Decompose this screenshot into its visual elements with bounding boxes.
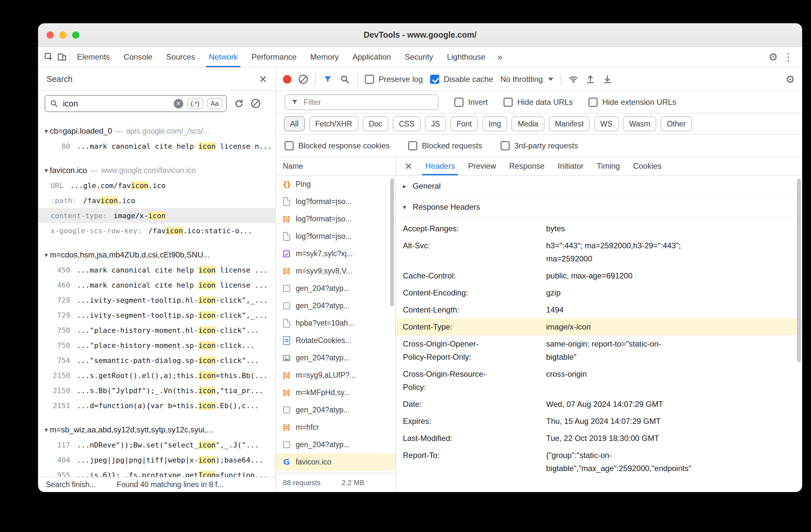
clear-network-log-icon[interactable] [299,75,308,84]
request-row[interactable]: gen_204?atyp... [276,297,395,314]
search-file-header[interactable]: ▾ m=sb_wiz,aa,abd,sy12d,sytt,sytp,sy12c,… [38,422,275,437]
request-row[interactable]: log?format=jso... [276,193,395,210]
filter-funnel-icon[interactable] [323,74,333,84]
search-panel-close-icon[interactable]: × [259,73,267,85]
tab-console[interactable]: Console [117,47,159,67]
chip-wasm[interactable]: Wasm [623,116,656,131]
name-column-header[interactable]: Name [276,157,395,176]
blocked-requests-checkbox[interactable]: Blocked requests [408,141,482,150]
tab-sources[interactable]: Sources [159,47,202,67]
hide-extension-urls-checkbox[interactable]: Hide extension URLs [588,98,676,107]
search-result-line[interactable]: 955 ...is,6)};_.fs.prototype.getIcon=fun… [38,468,275,477]
search-result-line[interactable]: 80 ...mark canonical cite help icon lice… [38,139,275,154]
search-result-line[interactable]: 729 ...ivity-segment-tooltip.hl-icon-cli… [38,293,275,308]
search-result-line[interactable]: 450 ...mark canonical cite help icon lic… [38,262,275,278]
refresh-search-icon[interactable] [234,99,244,108]
search-result-line[interactable]: :path: /favicon.ico [38,193,275,208]
request-row[interactable]: {} Ping [276,176,395,193]
search-result-line[interactable]: 460 ...mark canonical cite help icon lic… [38,278,275,293]
disclosure-triangle-icon[interactable]: ▾ [45,426,48,434]
regex-toggle-button[interactable]: (.*) [187,98,203,109]
request-row[interactable]: log?format=jso... [276,210,395,228]
more-tabs-icon[interactable]: » [492,47,507,67]
search-result-line[interactable]: 2150 ...s.Bb("Jylpdf");_.Vn(this.icon,"t… [38,383,275,398]
device-toolbar-icon[interactable] [57,52,67,62]
chip-img[interactable]: Img [482,116,507,131]
minimize-window-button[interactable] [59,31,66,38]
network-settings-gear-icon[interactable]: ⚙ [785,73,795,85]
request-row[interactable]: RotateCookies... [276,332,395,349]
export-har-icon[interactable] [602,74,612,84]
blocked-response-cookies-checkbox[interactable]: Blocked response cookies [285,141,390,150]
tab-timing[interactable]: Timing [590,157,626,175]
request-row-selected[interactable]: G favicon.ico [276,453,395,471]
search-result-line[interactable]: 750 ..."place-history-moment.sp-icon-cli… [38,338,275,353]
general-section-header[interactable]: ▸ General [396,176,802,197]
third-party-requests-checkbox[interactable]: 3rd-party requests [501,141,578,150]
tab-memory[interactable]: Memory [304,47,346,67]
chip-css[interactable]: CSS [393,116,420,131]
tab-preview[interactable]: Preview [462,157,503,175]
scrollbar-thumb[interactable] [797,178,801,362]
search-result-line[interactable]: 729 ...ivity-segment-tooltip.sp-icon-cli… [38,308,275,323]
tab-security[interactable]: Security [398,47,440,67]
request-row[interactable]: m=kMFpHd,sy... [276,384,395,401]
request-row[interactable]: m=syg9,aLUfP?... [276,366,395,384]
search-result-line[interactable]: 2151 ...d=function(a){var b=this.icon.Eb… [38,398,275,413]
search-result-line[interactable]: 750 ..."place-history-moment.hl-icon-cli… [38,323,275,338]
network-search-icon[interactable] [340,74,350,84]
search-result-line[interactable]: x-google-scs-row-key: /favicon.ico:stati… [38,223,275,238]
tab-performance[interactable]: Performance [245,47,303,67]
request-row[interactable]: gen_204?atyp... [276,280,395,297]
search-file-header[interactable]: ▾ favicon.ico — www.google.com/favicon.i… [38,163,275,178]
hide-data-urls-checkbox[interactable]: Hide data URLs [504,98,573,107]
close-details-icon[interactable]: × [398,157,418,175]
invert-checkbox[interactable]: Invert [454,98,488,107]
preserve-log-checkbox[interactable]: Preserve log [365,75,423,84]
chip-other[interactable]: Other [660,116,692,131]
tab-elements[interactable]: Elements [70,47,117,67]
settings-gear-icon[interactable]: ⚙ [768,51,778,63]
search-result-line[interactable]: 754 ..."semantic-path-dialog.sp-icon-cli… [38,353,275,368]
search-file-header[interactable]: ▾ m=cdos,hsm,jsa,mb4ZUb,d,csi,cEt90b,SNU… [38,247,275,262]
chip-doc[interactable]: Doc [363,116,388,131]
search-result-line[interactable]: 117 ...nDReve"));Bw.set("select_icon",_.… [38,437,275,452]
disclosure-triangle-icon[interactable]: ▾ [45,251,48,259]
search-result-line[interactable]: URL ...gle.com/favicon.ico [38,178,275,193]
tab-application[interactable]: Application [346,47,398,67]
clear-search-results-icon[interactable] [251,99,260,108]
request-row[interactable]: m=syk7,sylc?xj... [276,245,395,262]
request-row[interactable]: gen_204?atyp... [276,349,395,366]
tab-cookies[interactable]: Cookies [626,157,668,175]
chip-ws[interactable]: WS [594,116,618,131]
chip-js[interactable]: JS [425,116,446,131]
request-row[interactable]: gen_204?atyp... [276,436,395,453]
more-options-icon[interactable]: ⋮ [781,51,796,63]
import-har-icon[interactable] [585,74,595,84]
chip-media[interactable]: Media [511,116,545,131]
request-row[interactable]: hpba?vet=10ah... [276,314,395,332]
network-conditions-icon[interactable] [568,74,578,84]
request-row[interactable]: m=hfcr [276,419,395,436]
close-window-button[interactable] [47,31,54,38]
search-file-header[interactable]: ▾ cb=gapi.loaded_0 — apis.google.com/_/s… [38,124,275,139]
chip-manifest[interactable]: Manifest [549,116,590,131]
tab-network[interactable]: Network [202,47,245,67]
response-headers-section-header[interactable]: ▾ Response Headers [396,197,802,218]
search-input[interactable]: icon × (.*) Aa [45,95,227,112]
search-result-line[interactable]: 404 ...jpeg|jpg|png|tiff|webp|x-icon);ba… [38,452,275,468]
request-row[interactable]: m=syv9,syv8,V... [276,262,395,280]
disclosure-triangle-icon[interactable]: ▾ [45,127,48,135]
record-network-log-button[interactable] [283,75,291,83]
tab-response[interactable]: Response [503,157,551,175]
tab-initiator[interactable]: Initiator [551,157,590,175]
search-result-line[interactable]: 2150 ...s.getRoot().el(),a);this.icon=th… [38,368,275,383]
request-row[interactable]: log?format=jso... [276,228,395,245]
inspect-element-icon[interactable] [44,52,54,62]
disable-cache-checkbox[interactable]: Disable cache [430,75,493,84]
chip-font[interactable]: Font [450,116,478,131]
tab-headers[interactable]: Headers [418,157,462,175]
scrollbar-thumb[interactable] [390,178,394,306]
tab-lighthouse[interactable]: Lighthouse [440,47,492,67]
chip-fetch-xhr[interactable]: Fetch/XHR [309,116,358,131]
